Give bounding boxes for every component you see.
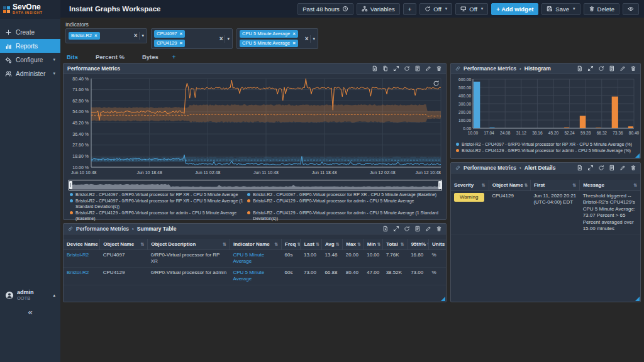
clear-icon[interactable]: ×	[305, 36, 309, 42]
breadcrumb-root[interactable]: Performance Metrics	[464, 165, 516, 171]
user-menu[interactable]: admin OOTB ▴	[0, 289, 60, 301]
tab-add[interactable]: +	[167, 52, 181, 63]
export-button[interactable]	[382, 226, 389, 232]
column-header[interactable]: Total⇅	[383, 239, 408, 250]
app-logo[interactable]: SevOne DATA INSIGHT	[0, 0, 60, 19]
chevron-down-icon[interactable]: ▾	[227, 36, 230, 41]
legend-item[interactable]: Bristol-R2 - CPU4097 - 0/RP0-Virtual pro…	[456, 142, 635, 147]
sort-icon[interactable]: ⇅	[357, 242, 361, 247]
expand-button[interactable]	[393, 226, 399, 232]
sort-icon[interactable]: ⇅	[223, 242, 226, 247]
edit-button[interactable]	[425, 226, 431, 232]
export-button[interactable]	[577, 65, 583, 72]
report-button[interactable]	[609, 165, 615, 171]
indicator-link-cell[interactable]: CPU 5 Minute Average	[230, 250, 281, 268]
expand-button[interactable]	[587, 165, 594, 171]
add-tab-button[interactable]: +	[403, 3, 417, 15]
indicator-chip[interactable]: Bristol-R2×	[69, 32, 100, 40]
trash-button[interactable]	[630, 65, 636, 72]
column-header[interactable]: Max⇅	[343, 239, 364, 250]
add-widget-button[interactable]: + Add widget	[491, 3, 538, 15]
sort-icon[interactable]: ⇅	[274, 242, 278, 247]
sidebar-item-reports[interactable]: Reports	[0, 39, 60, 53]
chip-remove-icon[interactable]: ×	[180, 41, 183, 46]
column-header[interactable]: Avg⇅	[321, 239, 342, 250]
trash-button[interactable]	[436, 65, 442, 72]
trash-button[interactable]	[630, 165, 636, 171]
legend-item[interactable]: Bristol-R2 - CPU4129 - 0/RP0-Virtual pro…	[247, 199, 443, 209]
legend-item[interactable]: Bristol-R2 - CPU4129 - 0/RP0-Virtual pro…	[247, 211, 443, 221]
tab-percent[interactable]: Percent %	[87, 52, 133, 63]
legend-item[interactable]: Bristol-R2 - CPU4097 - 0/RP0-Virtual pro…	[247, 192, 443, 197]
chevron-down-icon[interactable]: ▾	[313, 36, 315, 41]
column-header[interactable]: Object Name⇅	[100, 239, 148, 250]
sort-icon[interactable]: ⇅	[140, 242, 144, 247]
report-button[interactable]	[414, 65, 421, 72]
clear-icon[interactable]: ×	[219, 36, 223, 42]
sort-icon[interactable]: ⇅	[525, 183, 528, 188]
sidebar-collapse-button[interactable]: «	[0, 308, 60, 316]
sort-icon[interactable]: ⇅	[297, 242, 301, 247]
sidebar-item-create[interactable]: Create	[0, 25, 60, 39]
chevron-down-icon[interactable]: ▾	[142, 33, 144, 38]
column-header[interactable]: Indicator Name⇅	[230, 239, 281, 250]
legend-item[interactable]: Bristol-R2 - CPU4097 - 0/RP0-Virtual pro…	[70, 192, 243, 197]
expand-button[interactable]	[393, 65, 399, 72]
chart-refresh-icon[interactable]	[433, 80, 440, 87]
tab-bytes[interactable]: Bytes	[133, 52, 167, 63]
sort-icon[interactable]: ⇅	[336, 242, 340, 247]
column-header[interactable]: Min⇅	[364, 239, 382, 250]
resize-handle[interactable]	[635, 297, 640, 301]
edit-button[interactable]	[425, 65, 431, 72]
resize-handle[interactable]	[635, 153, 640, 158]
delete-button[interactable]: Delete	[584, 3, 619, 15]
column-header[interactable]: First⇅	[530, 180, 579, 191]
auto-refresh-button[interactable]: Off▾	[419, 3, 452, 15]
sort-icon[interactable]: ⇅	[572, 183, 576, 188]
sort-icon[interactable]: ⇅	[482, 183, 486, 188]
sort-icon[interactable]: ⇅	[316, 242, 319, 247]
copy-button[interactable]	[382, 65, 389, 72]
refresh-button[interactable]	[598, 165, 604, 171]
chip-remove-icon[interactable]: ×	[292, 41, 296, 46]
trash-button[interactable]	[436, 226, 442, 232]
legend-item[interactable]: Bristol-R2 - CPU4129 - 0/RP0-Virtual pro…	[70, 211, 243, 221]
resize-handle[interactable]	[441, 297, 445, 301]
sort-icon[interactable]: ⇅	[633, 183, 637, 188]
refresh-button[interactable]	[598, 65, 604, 72]
edit-button[interactable]	[619, 65, 626, 72]
indicator-select-2[interactable]: CPU4097×CPU4129××▾	[151, 28, 233, 49]
column-header[interactable]: 95th%⇅	[408, 239, 428, 250]
visibility-button[interactable]	[623, 3, 639, 15]
clear-icon[interactable]: ×	[134, 33, 138, 39]
indicator-chip[interactable]: CPU 5 Minute Average×	[240, 40, 298, 47]
chip-remove-icon[interactable]: ×	[180, 31, 183, 36]
column-header[interactable]: Units⇅	[429, 239, 446, 250]
sort-icon[interactable]: ⇅	[401, 242, 404, 247]
chip-remove-icon[interactable]: ×	[292, 31, 296, 36]
indicator-chip[interactable]: CPU 5 Minute Average×	[240, 30, 298, 38]
save-button[interactable]: Save▾	[541, 3, 580, 15]
chip-remove-icon[interactable]: ×	[94, 33, 97, 38]
indicator-chip[interactable]: CPU4097×	[154, 30, 185, 38]
breadcrumb-root[interactable]: Performance Metrics	[464, 65, 516, 72]
device-link-cell[interactable]: Bristol-R2	[64, 250, 100, 268]
indicator-chip[interactable]: CPU4129×	[154, 40, 185, 47]
device-link-cell[interactable]: Bristol-R2	[64, 267, 100, 285]
column-header[interactable]: Freq⇅	[282, 239, 301, 250]
present-mode-button[interactable]: Off▾	[455, 3, 488, 15]
edit-button[interactable]	[619, 165, 626, 171]
column-header[interactable]: Message⇅	[580, 180, 640, 191]
column-header[interactable]: Object Name⇅	[489, 180, 530, 191]
column-header[interactable]: Object Description⇅	[148, 239, 230, 250]
indicator-link-cell[interactable]: CPU 5 Minute Average	[230, 267, 281, 285]
legend-item[interactable]: Bristol-R2 - CPU4129 - 0/RP0-Virtual pro…	[456, 148, 635, 153]
refresh-button[interactable]	[404, 65, 410, 72]
expand-button[interactable]	[587, 65, 594, 72]
export-button[interactable]	[372, 65, 378, 72]
time-range-button[interactable]: Past 48 hours	[297, 3, 353, 15]
column-header[interactable]: Device Name⇅	[64, 239, 100, 250]
report-button[interactable]	[414, 226, 421, 232]
report-button[interactable]	[609, 65, 615, 72]
legend-item[interactable]: Bristol-R2 - CPU4097 - 0/RP0-Virtual pro…	[70, 199, 243, 209]
